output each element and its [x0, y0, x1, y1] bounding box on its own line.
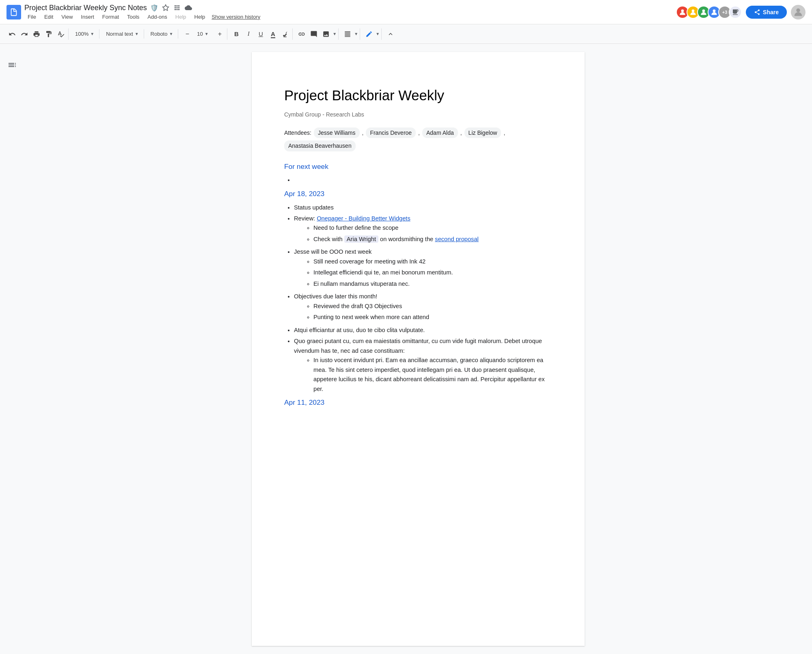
suggest-button[interactable]: [363, 28, 375, 40]
list-item-review: Review: Onepager - Building Better Widge…: [294, 214, 552, 244]
svg-point-1: [681, 9, 684, 12]
svg-point-2: [692, 9, 695, 12]
comment-button[interactable]: [308, 28, 320, 40]
link-button[interactable]: [296, 28, 307, 40]
for-next-week-list: [294, 175, 552, 185]
bold-button[interactable]: B: [231, 28, 242, 40]
star-icon[interactable]: [162, 4, 170, 12]
menu-edit[interactable]: View: [58, 13, 76, 21]
undo-icon: [9, 30, 16, 38]
print-button[interactable]: [31, 28, 42, 40]
font-dropdown[interactable]: Roboto ▼: [147, 29, 177, 39]
subitem-punting: Punting to next week when more can atten…: [313, 313, 552, 322]
collaborator-avatars: +3: [676, 6, 742, 19]
attendees-row: Attendees: Jesse Williams , Francis Deve…: [284, 127, 552, 151]
attendees-label: Attendees:: [284, 128, 311, 137]
fontsize-decrease[interactable]: −: [181, 28, 193, 40]
toolbar-style-group: Normal text ▼: [101, 29, 144, 39]
underline-button[interactable]: U: [255, 28, 266, 40]
highlight-icon: [281, 30, 289, 38]
quo-graeci-sublist: In iusto vocent invidunt pri. Eam ea anc…: [313, 356, 552, 394]
attendee-sep-3: ,: [460, 128, 462, 137]
menu-insert[interactable]: Format: [99, 13, 122, 21]
section-for-next-week: For next week: [284, 161, 552, 173]
user-avatar[interactable]: [791, 5, 806, 19]
align-button[interactable]: [342, 28, 353, 40]
document-outline-icon[interactable]: [7, 60, 17, 70]
text-style-dropdown[interactable]: Normal text ▼: [103, 29, 142, 39]
document-title[interactable]: Project Blackbriar Weekly Sync Notes: [24, 4, 147, 12]
zoom-arrow: ▼: [90, 32, 94, 36]
subitem-intellegat: Intellegat efficiendi qui te, an mei bon…: [313, 268, 552, 277]
undo-button[interactable]: [6, 28, 18, 40]
toolbar-zoom-group: 100% ▼: [70, 29, 99, 39]
document-page[interactable]: Project Blackbriar Weekly Cymbal Group -…: [252, 52, 585, 646]
highlight-button[interactable]: [279, 28, 291, 40]
subitem-coverage-ink42: Still need coverage for meeting with Ink…: [313, 257, 552, 266]
cloud-icon: [184, 4, 192, 12]
subitem-draft-q3: Reviewed the draft Q3 Objectives: [313, 302, 552, 311]
toolbar-align-group: ▼: [340, 28, 360, 40]
list-item-atqui: Atqui efficiantur at usu, duo te cibo cl…: [294, 326, 552, 335]
italic-button[interactable]: I: [243, 28, 254, 40]
section-apr-18: Apr 18, 2023: [284, 188, 552, 200]
menu-addons: Help: [172, 13, 190, 21]
svg-marker-0: [162, 5, 168, 11]
title-bar: Project Blackbriar Weekly Sync Notes 🛡️ …: [0, 0, 812, 24]
objectives-sublist: Reviewed the draft Q3 Objectives Punting…: [313, 302, 552, 322]
right-controls: +3 Share: [676, 5, 806, 19]
redo-button[interactable]: [19, 28, 30, 40]
menu-view[interactable]: Insert: [78, 13, 97, 21]
section-apr-11: Apr 11, 2023: [284, 397, 552, 408]
toolbar: 100% ▼ Normal text ▼ Roboto ▼ − 10 ▼ + B…: [0, 24, 812, 44]
outline-svg: [7, 60, 17, 70]
menu-file[interactable]: File: [24, 13, 39, 21]
spell-check-icon: [57, 30, 65, 38]
style-arrow: ▼: [135, 32, 139, 36]
second-proposal-link[interactable]: second proposal: [435, 236, 479, 242]
subitem-aria-wright: Check with Aria Wright on wordsmithing t…: [313, 235, 552, 244]
edit-pencil-icon: [365, 30, 373, 38]
toolbar-collapse-group: [383, 28, 398, 40]
attendee-adam-alda: Adam Alda: [422, 127, 458, 138]
suggest-dropdown-arrow[interactable]: ▼: [376, 32, 380, 36]
menu-tools[interactable]: Add-ons: [144, 13, 170, 21]
text-color-indicator: A: [271, 30, 275, 37]
share-icon: [754, 9, 760, 15]
attendee-jesse-williams: Jesse Williams: [314, 127, 360, 138]
onepager-link[interactable]: Onepager - Building Better Widgets: [317, 215, 410, 222]
text-color-button[interactable]: A: [267, 28, 279, 40]
menu-bar: File Edit View Insert Format Tools Add-o…: [24, 13, 673, 21]
toolbar-insert-group: ▼: [294, 28, 339, 40]
avatar-presentation[interactable]: [729, 6, 742, 19]
font-value: Roboto: [151, 31, 168, 37]
toolbar-font-group: Roboto ▼: [146, 29, 179, 39]
fontsize-increase[interactable]: +: [214, 28, 225, 40]
move-icon[interactable]: [173, 4, 181, 12]
apr18-list: Status updates Review: Onepager - Buildi…: [294, 203, 552, 394]
image-dropdown-arrow[interactable]: ▼: [333, 32, 337, 36]
paint-format-button[interactable]: [43, 28, 54, 40]
zoom-dropdown[interactable]: 100% ▼: [72, 29, 97, 39]
list-item-jesse-ooo: Jesse will be OOO next week Still need c…: [294, 247, 552, 289]
image-button[interactable]: [320, 28, 332, 40]
fontsize-dropdown[interactable]: 10 ▼: [194, 29, 213, 39]
document-area: Project Blackbriar Weekly Cymbal Group -…: [0, 44, 812, 654]
doc-svg: [9, 8, 18, 17]
collapse-icon: [387, 30, 394, 38]
jesse-ooo-sublist: Still need coverage for meeting with Ink…: [313, 257, 552, 289]
menu-help[interactable]: Help: [191, 13, 209, 21]
version-history-link[interactable]: Show version history: [212, 14, 260, 20]
menu-format[interactable]: Tools: [124, 13, 143, 21]
font-arrow: ▼: [169, 32, 173, 36]
svg-point-4: [713, 9, 716, 12]
subitem-nullam: Ei nullam mandamus vituperata nec.: [313, 279, 552, 289]
collapse-button[interactable]: [385, 28, 396, 40]
align-icon: [344, 30, 351, 38]
align-dropdown-arrow[interactable]: ▼: [354, 32, 358, 36]
shield-icon: 🛡️: [150, 4, 158, 12]
spell-check-button[interactable]: [55, 28, 67, 40]
share-button[interactable]: Share: [746, 6, 787, 19]
menu-file[interactable]: Edit: [41, 13, 56, 21]
list-item-objectives: Objectives due later this month! Reviewe…: [294, 292, 552, 322]
